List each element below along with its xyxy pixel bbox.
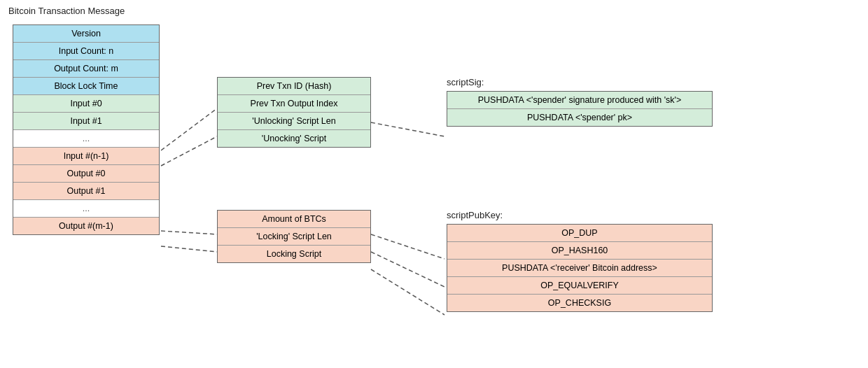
- scriptpubkey-pushdata-cell: PUSHDATA <'receiver' Bitcoin address>: [447, 260, 712, 277]
- svg-line-7: [371, 269, 444, 315]
- main-box: Version Input Count: n Output Count: m B…: [13, 24, 160, 235]
- main-input-count-cell: Input Count: n: [13, 43, 159, 60]
- scriptsig-pushdata2-cell: PUSHDATA <'spender' pk>: [447, 109, 712, 126]
- output-box: Amount of BTCs 'Locking' Script Len Lock…: [217, 210, 371, 263]
- output-locklen-cell: 'Locking' Script Len: [218, 228, 370, 246]
- scriptsig-label: scriptSig:: [447, 77, 484, 87]
- input-prevtxnidx-cell: Prev Txn Output Index: [218, 95, 370, 113]
- main-output-count-cell: Output Count: m: [13, 60, 159, 78]
- svg-line-0: [161, 108, 217, 150]
- input-unlock-cell: 'Unocking' Script: [218, 130, 370, 147]
- input-box: Prev Txn ID (Hash) Prev Txn Output Index…: [217, 77, 371, 148]
- scriptpubkey-ophash-cell: OP_HASH160: [447, 242, 712, 260]
- svg-line-3: [161, 231, 217, 234]
- svg-line-5: [371, 234, 444, 259]
- scriptpubkey-equalverify-cell: OP_EQUALVERIFY: [447, 277, 712, 295]
- main-input1-cell: Input #1: [13, 113, 159, 130]
- main-output1-cell: Output #1: [13, 183, 159, 200]
- main-ellipsis-top: ...: [13, 130, 159, 148]
- scriptpubkey-checksig-cell: OP_CHECKSIG: [447, 295, 712, 311]
- svg-line-1: [161, 136, 217, 166]
- main-block-lock-cell: Block Lock Time: [13, 78, 159, 95]
- main-output0-cell: Output #0: [13, 165, 159, 183]
- output-locking-cell: Locking Script: [218, 246, 370, 262]
- scriptpubkey-opdup-cell: OP_DUP: [447, 225, 712, 242]
- page-title: Bitcoin Transaction Message: [8, 6, 125, 16]
- scriptpubkey-label: scriptPubKey:: [447, 210, 503, 220]
- main-input-n1-cell: Input #(n-1): [13, 148, 159, 165]
- main-input0-cell: Input #0: [13, 95, 159, 113]
- output-amount-cell: Amount of BTCs: [218, 211, 370, 228]
- scriptsig-pushdata1-cell: PUSHDATA <'spender' signature produced w…: [447, 92, 712, 109]
- svg-line-6: [371, 252, 444, 287]
- main-version-cell: Version: [13, 25, 159, 43]
- svg-line-2: [371, 122, 444, 136]
- main-ellipsis-mid: ...: [13, 200, 159, 218]
- svg-line-4: [161, 246, 217, 252]
- input-prevtxnid-cell: Prev Txn ID (Hash): [218, 78, 370, 95]
- scriptsig-box: PUSHDATA <'spender' signature produced w…: [447, 91, 713, 127]
- input-unlocklen-cell: 'Unlocking' Script Len: [218, 113, 370, 130]
- main-output-m1-cell: Output #(m-1): [13, 218, 159, 234]
- scriptpubkey-box: OP_DUP OP_HASH160 PUSHDATA <'receiver' B…: [447, 224, 713, 312]
